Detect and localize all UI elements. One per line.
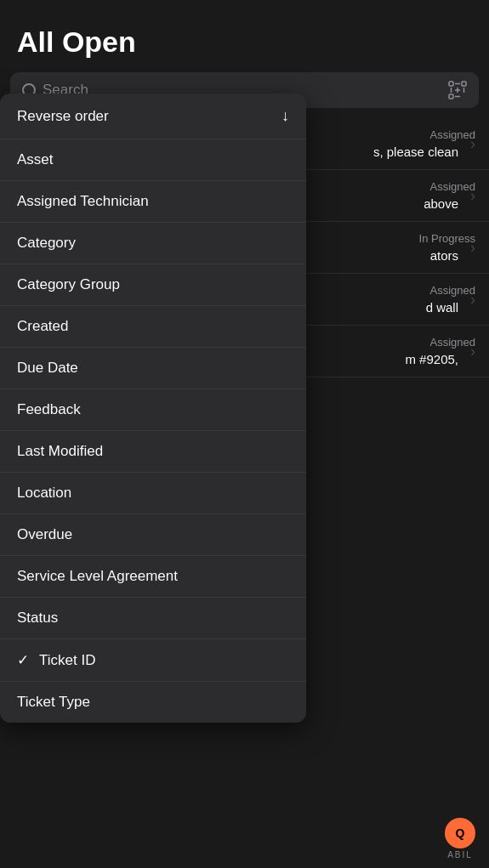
svg-rect-1 [462, 82, 466, 86]
page-title: All Open [0, 17, 489, 72]
scan-icon [448, 81, 467, 99]
last-modified-label: Last Modified [17, 443, 103, 460]
reverse-order-label: Reverse order [17, 108, 109, 125]
dropdown-item-assigned-technician[interactable]: Assigned Technician [0, 181, 306, 223]
dropdown-item-ticket-id[interactable]: ✓ Ticket ID [0, 639, 306, 682]
status-badge: In Progress [419, 232, 475, 245]
watermark-text: ABIL [447, 850, 473, 859]
dropdown-item-created[interactable]: Created [0, 306, 306, 348]
checkmark-icon: ✓ [17, 651, 29, 669]
created-label: Created [17, 318, 68, 335]
svg-rect-2 [449, 94, 453, 99]
chevron-right-icon: › [470, 291, 475, 309]
asset-label: Asset [17, 151, 54, 168]
sort-dropdown: Reverse order ↓ Asset Assigned Technicia… [0, 94, 306, 723]
dropdown-item-category[interactable]: Category [0, 223, 306, 264]
dropdown-item-status[interactable]: Status [0, 598, 306, 639]
status-badge: Assigned [430, 180, 475, 193]
dropdown-item-category-group[interactable]: Category Group [0, 264, 306, 306]
feedback-label: Feedback [17, 401, 81, 418]
sort-arrow-icon: ↓ [281, 107, 289, 125]
dropdown-item-asset[interactable]: Asset [0, 139, 306, 181]
dropdown-header[interactable]: Reverse order ↓ [0, 94, 306, 139]
due-date-label: Due Date [17, 360, 78, 377]
chevron-right-icon: › [470, 343, 475, 360]
status-badge: Assigned [430, 284, 475, 297]
status-label: Status [17, 610, 58, 627]
ticket-type-label: Ticket Type [17, 694, 90, 711]
watermark-logo: Q [445, 818, 475, 848]
watermark: Q ABIL [445, 818, 475, 859]
dropdown-item-location[interactable]: Location [0, 473, 306, 514]
watermark-letter: Q [456, 826, 465, 840]
dropdown-item-ticket-type[interactable]: Ticket Type [0, 682, 306, 723]
status-badge: Assigned [430, 336, 475, 349]
dropdown-item-service-level-agreement[interactable]: Service Level Agreement [0, 556, 306, 598]
dropdown-item-due-date[interactable]: Due Date [0, 348, 306, 389]
chevron-right-icon: › [470, 135, 475, 153]
chevron-right-icon: › [470, 239, 475, 257]
chevron-right-icon: › [470, 187, 475, 205]
assigned-technician-label: Assigned Technician [17, 193, 149, 210]
location-label: Location [17, 485, 71, 502]
dropdown-item-feedback[interactable]: Feedback [0, 389, 306, 431]
dropdown-item-last-modified[interactable]: Last Modified [0, 431, 306, 473]
ticket-id-label: Ticket ID [39, 652, 95, 669]
overdue-label: Overdue [17, 526, 72, 543]
sla-label: Service Level Agreement [17, 568, 178, 585]
category-group-label: Category Group [17, 276, 120, 293]
dropdown-item-overdue[interactable]: Overdue [0, 514, 306, 556]
svg-rect-0 [449, 82, 453, 86]
category-label: Category [17, 235, 76, 252]
status-badge: Assigned [430, 128, 475, 141]
